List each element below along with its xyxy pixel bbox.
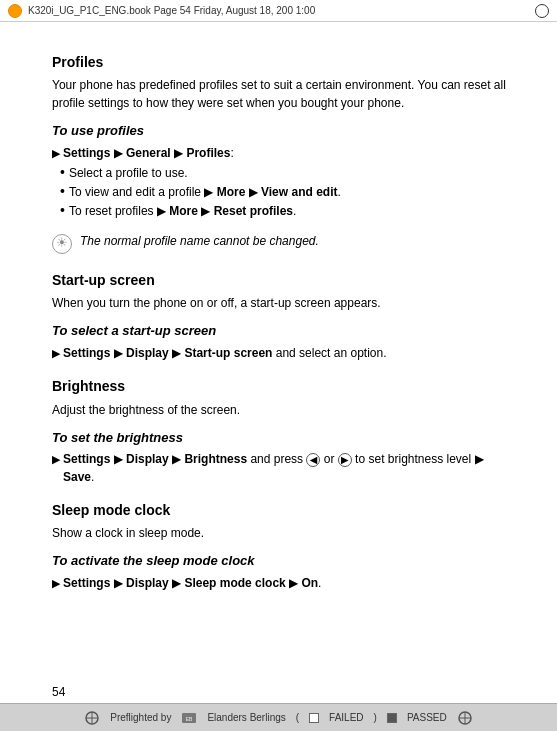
startup-body: When you turn the phone on or off, a sta… (52, 294, 517, 312)
book-info: K320i_UG_P1C_ENG.book Page 54 Friday, Au… (28, 5, 315, 16)
bullet-reset-profiles: To reset profiles ▶ More ▶ Reset profile… (60, 203, 517, 220)
arrow-icon-4: ▶ (52, 576, 60, 592)
svg-text:EB: EB (186, 716, 193, 722)
startup-instruction: ▶ Settings ▶ Display ▶ Start-up screen a… (52, 345, 517, 362)
sleep-mode-title: Sleep mode clock (52, 500, 517, 520)
profiles-title: Profiles (52, 52, 517, 72)
failed-checkbox (309, 713, 319, 723)
profiles-body: Your phone has predefined profiles set t… (52, 76, 517, 112)
page-number: 54 (52, 685, 65, 699)
note-box: The normal profile name cannot be change… (52, 231, 517, 256)
startup-path: Settings ▶ Display ▶ Start-up screen and… (63, 345, 387, 362)
arrow-icon-3: ▶ (52, 452, 60, 468)
note-text: The normal profile name cannot be change… (80, 233, 319, 250)
note-icon (52, 234, 72, 254)
corner-mark-right (535, 4, 549, 18)
sleep-path: Settings ▶ Display ▶ Sleep mode clock ▶ … (63, 575, 321, 592)
company-logo-icon: EB (181, 710, 197, 726)
bullet-view-edit: To view and edit a profile ▶ More ▶ View… (60, 184, 517, 201)
brightness-title: Brightness (52, 376, 517, 396)
select-startup-title: To select a start-up screen (52, 322, 517, 341)
set-brightness-title: To set the brightness (52, 429, 517, 448)
sleep-mode-body: Show a clock in sleep mode. (52, 524, 517, 542)
top-bar: K320i_UG_P1C_ENG.book Page 54 Friday, Au… (0, 0, 557, 22)
profiles-instruction-main: ▶ Settings ▶ General ▶ Profiles: (52, 145, 517, 162)
brightness-path: Settings ▶ Display ▶ Brightness and pres… (63, 451, 517, 486)
top-bar-left: K320i_UG_P1C_ENG.book Page 54 Friday, Au… (8, 4, 315, 18)
passed-label: PASSED (407, 712, 447, 723)
left-nav-btn: ◀ (306, 453, 320, 467)
preflight-label: Preflighted by (110, 712, 171, 723)
close-paren: ) (374, 712, 377, 723)
use-profiles-title: To use profiles (52, 122, 517, 141)
company-name: Elanders Berlings (207, 712, 285, 723)
sleep-instruction: ▶ Settings ▶ Display ▶ Sleep mode clock … (52, 575, 517, 592)
bottom-bar: Preflighted by EB Elanders Berlings ( FA… (0, 703, 557, 731)
main-content: Profiles Your phone has predefined profi… (0, 22, 557, 605)
right-nav-btn: ▶ (338, 453, 352, 467)
activate-sleep-title: To activate the sleep mode clock (52, 552, 517, 571)
startup-title: Start-up screen (52, 270, 517, 290)
bullet-select-profile: Select a profile to use. (60, 165, 517, 182)
brightness-instruction: ▶ Settings ▶ Display ▶ Brightness and pr… (52, 451, 517, 486)
failed-label: FAILED (329, 712, 363, 723)
open-paren: ( (296, 712, 299, 723)
corner-mark-left (8, 4, 22, 18)
arrow-icon: ▶ (52, 146, 60, 162)
arrow-icon-2: ▶ (52, 346, 60, 362)
profiles-bullets: Select a profile to use. To view and edi… (60, 165, 517, 221)
reg-mark-right (457, 710, 473, 726)
reg-mark-left (84, 710, 100, 726)
brightness-body: Adjust the brightness of the screen. (52, 401, 517, 419)
passed-checkbox (387, 713, 397, 723)
profiles-path: Settings ▶ General ▶ Profiles: (63, 145, 234, 162)
